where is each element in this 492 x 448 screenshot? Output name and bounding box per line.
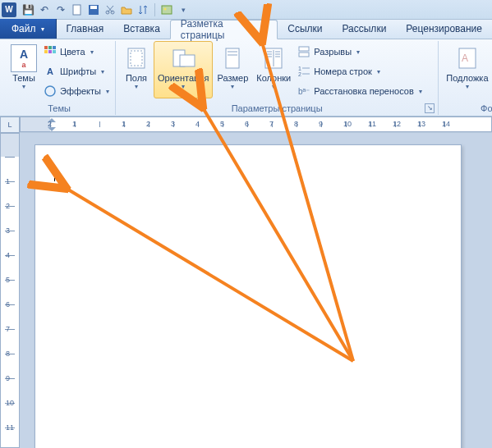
orientation-label: Ориентация <box>158 73 209 83</box>
qat-customize-icon[interactable]: ▾ <box>177 3 190 16</box>
hyphenation-label: Расстановка переносов <box>314 86 413 96</box>
hyphenation-icon: bª⁻ <box>297 85 310 98</box>
svg-rect-12 <box>53 50 56 53</box>
orientation-icon <box>170 45 196 71</box>
effects-icon <box>44 85 57 98</box>
svg-text:bª⁻: bª⁻ <box>298 87 310 96</box>
svg-rect-21 <box>299 47 309 51</box>
ribbon-tabs: Файл▾ Главная Вставка Разметка страницы … <box>0 20 492 39</box>
breaks-icon <box>297 45 310 58</box>
document-page[interactable] <box>34 144 462 448</box>
group-bg-label-partial: Фо <box>442 103 492 115</box>
hyphenation-button[interactable]: bª⁻ Расстановка переносов▾ <box>295 82 435 100</box>
svg-rect-5 <box>162 6 172 14</box>
size-icon <box>219 45 246 71</box>
sort-icon[interactable] <box>136 3 149 16</box>
size-label: Размер <box>217 73 248 83</box>
colors-button[interactable]: Цвета▾ <box>41 43 112 61</box>
effects-label: Эффекты <box>60 86 101 96</box>
dialog-launcher-icon[interactable]: ↘ <box>425 103 435 113</box>
columns-button[interactable]: Колонки ▾ <box>252 41 295 98</box>
margins-label: Поля <box>126 73 147 83</box>
svg-rect-17 <box>180 55 195 66</box>
margins-icon <box>123 45 149 71</box>
tab-file[interactable]: Файл▾ <box>0 19 57 39</box>
fonts-button[interactable]: A Шрифты▾ <box>41 62 112 80</box>
word-app-icon: W <box>2 2 16 17</box>
svg-rect-14 <box>128 48 145 68</box>
svg-rect-22 <box>299 53 309 57</box>
margins-button[interactable]: Поля ▾ <box>119 41 154 98</box>
line-numbers-label: Номера строк <box>314 66 372 76</box>
tab-page-layout[interactable]: Разметка страницы <box>170 20 278 39</box>
document-area: 123456789101112 <box>0 133 492 448</box>
tab-mailings[interactable]: Рассылки <box>332 19 396 39</box>
themes-button[interactable]: Aa Темы ▾ <box>7 41 41 98</box>
ruler-corner[interactable]: L <box>0 117 20 133</box>
open-icon[interactable] <box>120 3 133 16</box>
effects-button[interactable]: Эффекты▾ <box>41 82 112 100</box>
svg-text:1: 1 <box>298 66 301 71</box>
group-themes-label: Темы <box>7 103 112 115</box>
svg-rect-7 <box>44 46 48 49</box>
themes-label: Темы <box>12 73 35 83</box>
new-doc-icon[interactable] <box>71 3 84 16</box>
svg-text:A: A <box>462 53 468 64</box>
watermark-button[interactable]: A Подложка ▾ <box>442 41 492 98</box>
title-bar: W 💾 ↶ ↷ ▾ <box>0 0 492 20</box>
page-viewport <box>20 133 492 448</box>
svg-rect-2 <box>90 6 97 9</box>
line-numbers-icon: 12 <box>297 65 310 78</box>
ribbon: Aa Темы ▾ Цвета▾ A Шрифты▾ Эффекты▾ Те <box>0 39 492 117</box>
group-page-setup-label: Параметры страницы↘ <box>119 103 435 115</box>
breaks-button[interactable]: Разрывы▾ <box>295 43 435 61</box>
save-all-icon[interactable] <box>87 3 100 16</box>
ruler-horizontal[interactable]: 211234567891011121314 <box>20 117 492 132</box>
svg-point-6 <box>164 7 167 10</box>
text-cursor <box>54 170 55 181</box>
tab-home[interactable]: Главная <box>57 19 114 39</box>
save-icon[interactable]: 💾 <box>21 3 34 16</box>
redo-icon[interactable]: ↷ <box>54 3 67 16</box>
fonts-label: Шрифты <box>60 66 96 76</box>
ruler-vertical[interactable]: 123456789101112 <box>0 133 20 448</box>
breaks-label: Разрывы <box>314 47 352 57</box>
group-themes: Aa Темы ▾ Цвета▾ A Шрифты▾ Эффекты▾ Те <box>3 41 116 115</box>
orientation-button[interactable]: Ориентация ▾ <box>154 41 213 98</box>
cut-icon[interactable] <box>103 3 117 16</box>
group-page-setup: Поля ▾ Ориентация ▾ Размер ▾ Колонки ▾ <box>116 41 439 115</box>
chevron-down-icon: ▾ <box>22 83 25 90</box>
tab-references[interactable]: Ссылки <box>278 19 332 39</box>
watermark-label: Подложка <box>446 73 488 83</box>
watermark-icon: A <box>454 45 481 71</box>
svg-rect-8 <box>48 46 52 49</box>
group-page-background: A Подложка ▾ Фо <box>439 41 492 115</box>
quick-access-toolbar: 💾 ↶ ↷ ▾ <box>21 3 190 16</box>
themes-icon: Aa <box>11 44 37 72</box>
columns-label: Колонки <box>256 73 291 83</box>
svg-text:2: 2 <box>298 71 301 77</box>
qat-separator <box>154 3 155 16</box>
svg-rect-10 <box>44 50 48 53</box>
tab-review[interactable]: Рецензирование <box>396 19 492 39</box>
tab-file-label: Файл <box>11 23 36 34</box>
colors-label: Цвета <box>60 47 85 57</box>
colors-icon <box>44 45 57 58</box>
size-button[interactable]: Размер ▾ <box>213 41 252 98</box>
ruler-row: L 211234567891011121314 <box>0 117 492 133</box>
svg-rect-0 <box>73 5 80 15</box>
columns-icon <box>260 45 287 71</box>
tab-insert[interactable]: Вставка <box>113 19 170 39</box>
svg-point-13 <box>45 86 55 96</box>
undo-icon[interactable]: ↶ <box>38 3 51 16</box>
fonts-icon: A <box>44 65 57 78</box>
line-numbers-button[interactable]: 12 Номера строк▾ <box>295 62 435 80</box>
picture-icon[interactable] <box>160 3 173 16</box>
svg-rect-9 <box>53 46 56 49</box>
svg-rect-11 <box>48 50 52 53</box>
